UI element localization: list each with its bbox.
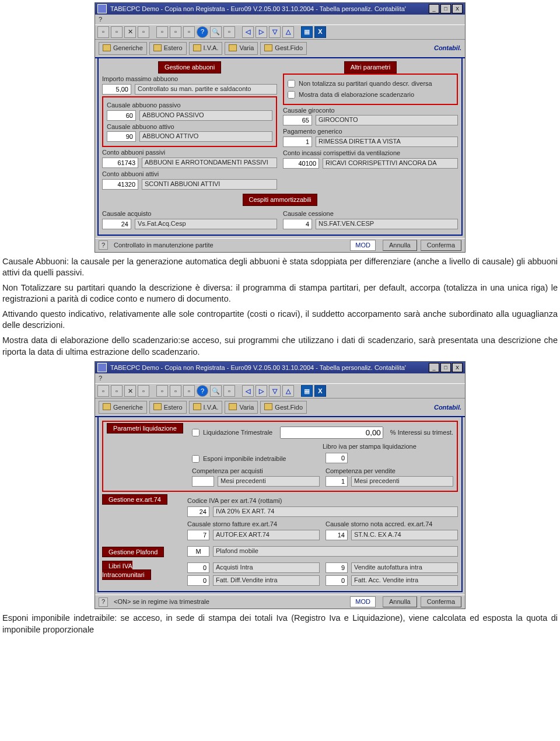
mostra-data-checkbox[interactable] [288, 91, 295, 99]
arrow-left-icon[interactable]: ◁ [242, 385, 254, 397]
vendite-autofattura-input[interactable] [326, 562, 348, 573]
competenza-vendite-input[interactable] [326, 476, 348, 487]
arrow-left-icon[interactable]: ◁ [242, 26, 254, 38]
arrow-up-icon[interactable]: △ [282, 385, 294, 397]
toolbar-icon[interactable]: ▫ [170, 26, 181, 38]
fatt-acc-vendite-input[interactable] [326, 575, 348, 586]
toolbar-icon[interactable]: ✕ [124, 26, 136, 38]
arrow-down-icon[interactable]: ▽ [269, 26, 281, 38]
calculator-icon[interactable]: ▦ [301, 26, 313, 38]
toolbar-icon[interactable]: ▫ [156, 26, 168, 38]
pagamento-generico-input[interactable] [283, 137, 312, 147]
causale-giroconto-input[interactable] [283, 115, 312, 125]
annulla-button[interactable]: Annulla [383, 240, 417, 251]
close-x-button[interactable]: X [314, 385, 326, 397]
conto-abbuoni-passivi-input[interactable] [102, 158, 138, 168]
causale-storno-fatture-desc: AUTOF.EX ART.74 [213, 530, 320, 540]
help-icon[interactable]: ? [197, 385, 208, 397]
conto-abbuoni-attivi-input[interactable] [102, 179, 138, 190]
menu-bar[interactable]: ? [95, 373, 465, 383]
libro-iva-input[interactable] [326, 453, 348, 463]
tab-varia[interactable]: Varia [225, 42, 258, 55]
fatt-diff-vendite-input[interactable] [187, 575, 209, 586]
toolbar-icon[interactable]: ▫ [111, 385, 123, 397]
help-status-icon[interactable]: ? [99, 597, 108, 607]
toolbar-icon[interactable]: ▫ [170, 385, 181, 397]
titlebar[interactable]: TABECPC Demo - Copia non Registrata - Eu… [95, 3, 465, 15]
toolbar-icon[interactable]: ▫ [138, 385, 149, 397]
toolbar-icon[interactable]: ▫ [223, 385, 235, 397]
toolbar-icon[interactable]: ▫ [97, 385, 109, 397]
acquisti-intra-input[interactable] [187, 562, 209, 573]
toolbar-icon[interactable]: ▫ [183, 26, 195, 38]
fatt-acc-vendite-desc: Fatt. Acc. Vendite intra [351, 575, 458, 586]
arrow-up-icon[interactable]: △ [282, 26, 294, 38]
minimize-button[interactable]: _ [429, 363, 439, 372]
close-button[interactable]: X [452, 363, 463, 372]
module-brand: Contabil. [434, 403, 461, 412]
competenza-acquisti-input[interactable] [192, 476, 214, 487]
group-plafond: Gestione Plafond [102, 547, 164, 557]
toolbar-icon[interactable]: ✕ [124, 385, 136, 397]
toolbar-icon[interactable]: ▫ [183, 385, 195, 397]
binoculars-icon[interactable]: 🔍 [210, 385, 222, 397]
toolbar-icon[interactable]: ▫ [156, 385, 168, 397]
toolbar-icon[interactable]: ▫ [223, 26, 235, 38]
arrow-down-icon[interactable]: ▽ [269, 385, 281, 397]
help-icon[interactable]: ? [197, 26, 208, 38]
binoculars-icon[interactable]: 🔍 [210, 26, 222, 38]
annulla-button[interactable]: Annulla [383, 596, 417, 607]
competenza-acquisti-desc: Mesi precedenti [218, 476, 320, 487]
body-para-mostra-data: Mostra data di elaborazione dello scaden… [2, 335, 558, 358]
group-intra: Libri IVA Intracomunitari [102, 561, 151, 580]
minimize-button[interactable]: _ [429, 4, 439, 13]
causale-storno-nota-input[interactable] [326, 530, 348, 540]
status-bar: ? Controllato in manutenzione partite MO… [95, 238, 465, 252]
causale-abbuono-passivo-input[interactable] [107, 110, 136, 121]
tab-gestfido[interactable]: Gest.Fido [260, 42, 307, 55]
liquidazione-trimestrale-checkbox[interactable] [192, 429, 200, 436]
toolbar-icon[interactable]: ▫ [138, 26, 149, 38]
folder-icon [193, 403, 201, 410]
tab-iva[interactable]: I.V.A. [189, 401, 223, 414]
causale-acquisto-desc: Vs.Fat.Acq.Cesp [135, 219, 277, 229]
menu-bar[interactable]: ? [95, 15, 465, 25]
causale-storno-fatture-input[interactable] [187, 530, 209, 540]
causale-acquisto-input[interactable] [102, 219, 131, 229]
tab-iva[interactable]: I.V.A. [189, 42, 223, 55]
panel-body: Parametri liquidazione Liquidazione Trim… [97, 417, 463, 592]
causale-cessione-input[interactable] [283, 219, 312, 229]
arrow-right-icon[interactable]: ▷ [256, 26, 267, 38]
tab-varia[interactable]: Varia [225, 401, 258, 414]
maximize-button[interactable]: □ [440, 363, 451, 372]
esponi-imponibile-checkbox[interactable] [192, 455, 200, 463]
conferma-button[interactable]: Conferma [421, 240, 461, 251]
codice-iva-art74-input[interactable] [187, 506, 209, 517]
label: Causale storno nota accred. ex.art.74 [326, 520, 458, 529]
titlebar[interactable]: TABECPC Demo - Copia non Registrata - Eu… [95, 362, 465, 373]
conto-incassi-input[interactable] [283, 158, 319, 169]
conferma-button[interactable]: Conferma [421, 596, 461, 607]
highlight-altri-parametri: Non totalizza su partitari quando descr.… [283, 74, 458, 105]
close-x-button[interactable]: X [314, 26, 326, 38]
toolbar-icon[interactable]: ▫ [111, 26, 123, 38]
toolbar-icon[interactable]: ▫ [97, 26, 109, 38]
calculator-icon[interactable]: ▦ [301, 385, 313, 397]
interessi-input[interactable] [280, 427, 383, 439]
maximize-button[interactable]: □ [440, 4, 451, 13]
non-totalizza-checkbox[interactable] [288, 80, 295, 88]
close-button[interactable]: X [452, 4, 463, 13]
tab-generiche[interactable]: Generiche [99, 42, 147, 55]
tab-gestfido[interactable]: Gest.Fido [260, 401, 307, 414]
importo-massimo-input[interactable] [102, 84, 131, 95]
tab-bar: Generiche Estero I.V.A. Varia Gest.Fido … [95, 399, 465, 417]
causale-abbuono-attivo-input[interactable] [107, 131, 136, 142]
tab-generiche[interactable]: Generiche [99, 401, 147, 414]
tab-estero[interactable]: Estero [149, 42, 187, 55]
mode-indicator: MOD [350, 596, 376, 607]
conto-abbuoni-passivi-desc: ABBUONI E ARROTONDAMENTI PASSIVI [142, 158, 277, 168]
help-status-icon[interactable]: ? [99, 240, 108, 250]
tab-estero[interactable]: Estero [149, 401, 187, 414]
plafond-input[interactable] [187, 546, 209, 557]
arrow-right-icon[interactable]: ▷ [256, 385, 267, 397]
